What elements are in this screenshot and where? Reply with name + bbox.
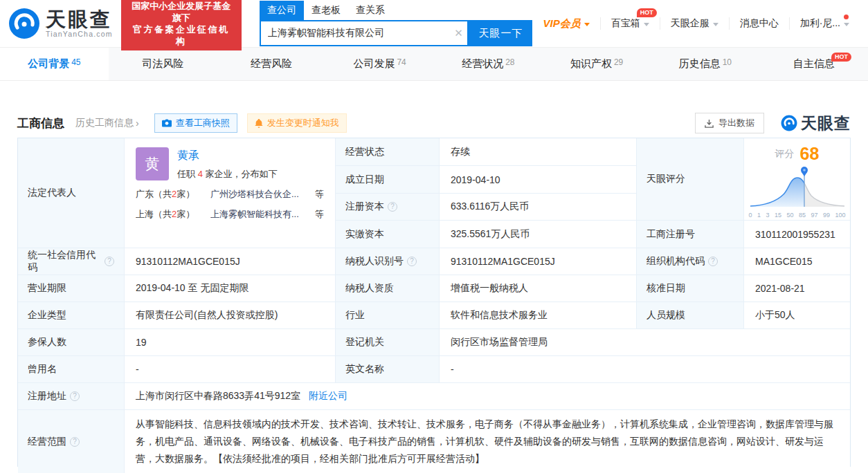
help-icon[interactable] <box>708 257 718 266</box>
nearby-companies-link[interactable]: 附近公司 <box>309 390 347 402</box>
tab-intellectual-property[interactable]: 知识产权 29 <box>543 48 651 80</box>
tab-company-background[interactable]: 公司背景 45 <box>0 48 109 80</box>
search-tab-company[interactable]: 查公司 <box>260 1 304 20</box>
role-suffix: 家企业，分布如下 <box>205 169 277 179</box>
message-center-label: 消息中心 <box>740 17 779 30</box>
label-text: 注册地址 <box>28 390 66 402</box>
section-header: 工商信息 历史工商信息 › 查看工商快照 发生变更时通知我 <box>17 111 851 135</box>
etc-label: 等 <box>315 208 324 221</box>
enterprise-service-label: 天眼企服 <box>671 17 709 30</box>
chevron-down-icon <box>713 23 718 26</box>
field-label-credit-code: 统一社会信用代码 <box>18 248 125 275</box>
menu-message-center[interactable]: 消息中心 <box>729 17 789 30</box>
search-tabs: 查公司 查老板 查关系 <box>260 1 533 20</box>
search-input[interactable] <box>261 28 450 39</box>
field-label-staff-size: 人员规模 <box>637 302 744 329</box>
field-label-reg-capital: 注册资本 <box>336 194 440 221</box>
field-value-taxpayer-quality: 增值税一般纳税人 <box>440 275 637 302</box>
field-label-insured-count: 参保人数 <box>18 329 125 356</box>
label-text: 经营范围 <box>28 436 66 448</box>
gov-certification-badge: 国家中小企业发展子基金旗下 官方备案企业征信机构 <box>121 0 242 50</box>
score-value: 68 <box>800 144 820 164</box>
view-snapshot-button[interactable]: 查看工商快照 <box>154 113 237 133</box>
tab-operating-risk[interactable]: 经营风险 <box>217 48 326 80</box>
tab-judicial-risk[interactable]: 司法风险 <box>109 48 217 80</box>
search-tab-boss[interactable]: 查老板 <box>304 1 348 20</box>
address-text: 上海市闵行区中春路8633弄41号912室 <box>136 390 300 402</box>
search-row: ✕ 天眼一下 <box>260 20 533 46</box>
history-business-info-link[interactable]: 历史工商信息 › <box>75 117 139 129</box>
help-icon[interactable] <box>70 437 80 447</box>
field-value-company-type: 有限责任公司(自然人投资或控股) <box>125 302 336 329</box>
avatar[interactable]: 黄 <box>136 147 169 180</box>
help-icon[interactable] <box>407 257 417 266</box>
legal-rep-region-row: 上海（共2家） 上海雾帜智能科技有... 等 <box>136 208 324 221</box>
clear-icon[interactable]: ✕ <box>449 27 467 39</box>
tab-count: 28 <box>505 57 514 67</box>
tick-label: 97 <box>811 212 817 219</box>
help-icon[interactable] <box>70 391 80 401</box>
tab-operating-status[interactable]: 经营状况 28 <box>434 48 543 80</box>
legal-rep-region-row: 广东（共2家） 广州沙塔科技合伙企... 等 <box>136 188 324 201</box>
field-value-address: 上海市闵行区中春路8633弄41号912室 附近公司 <box>125 383 850 410</box>
tab-history-info[interactable]: 历史信息 10 <box>651 48 760 80</box>
logo-text: 天眼查 TianYanCha.com <box>46 9 113 38</box>
related-company-link[interactable]: 上海雾帜智能科技有... <box>210 208 311 221</box>
legal-rep-name-link[interactable]: 黄承 <box>177 149 277 163</box>
search-tab-relation[interactable]: 查关系 <box>348 1 392 20</box>
toolbox-label: 百宝箱 <box>611 17 640 30</box>
tick-label: 100 <box>835 212 845 219</box>
field-label-tianyan-score: 天眼评分 <box>637 138 744 221</box>
field-value-term: 2019-04-10 至 无固定期限 <box>125 275 336 302</box>
help-icon[interactable] <box>105 257 114 266</box>
tick-label: 15 <box>775 212 781 219</box>
field-label-term: 营业期限 <box>18 275 125 302</box>
region-pre: 广东（共 <box>136 189 172 199</box>
tab-company-development[interactable]: 公司发展 74 <box>325 48 434 80</box>
history-link-label: 历史工商信息 <box>75 117 134 129</box>
field-value-reg-capital: 633.6116万人民币 <box>440 194 637 221</box>
field-label-company-type: 企业类型 <box>18 302 125 329</box>
export-data-button[interactable]: 导出数据 <box>695 113 764 133</box>
chevron-down-icon <box>844 23 849 26</box>
tick-label: 0 <box>749 212 752 219</box>
tab-label: 司法风险 <box>142 57 183 71</box>
score-caption: 评分 <box>775 148 795 160</box>
gov-badge-line2: 官方备案企业征信机构 <box>129 24 233 47</box>
menu-vip[interactable]: VIP会员 <box>532 17 599 30</box>
field-label-address: 注册地址 <box>18 383 125 410</box>
section-title: 工商信息 <box>17 115 64 131</box>
field-label-status: 经营状态 <box>336 138 440 166</box>
label-text: 统一社会信用代码 <box>28 249 101 274</box>
hot-badge: HOT <box>831 53 851 62</box>
chevron-down-icon <box>644 23 649 26</box>
field-label-english-name: 英文名称 <box>336 356 440 383</box>
legal-rep-top: 黄 黄承 任职 4 家企业，分布如下 <box>136 147 324 180</box>
logo-subtitle: TianYanCha.com <box>46 30 113 38</box>
watermark-label: 天眼查 <box>801 113 851 134</box>
tab-count: 74 <box>397 57 406 67</box>
tab-label: 知识产权 <box>570 57 612 71</box>
tab-label: 历史信息 <box>679 57 721 71</box>
role-prefix: 任职 <box>177 169 195 179</box>
field-value-industry: 软件和信息技术服务业 <box>440 302 637 329</box>
notify-on-change-button[interactable]: 发生变更时通知我 <box>247 113 347 133</box>
tab-label: 经营风险 <box>251 57 292 71</box>
related-company-link[interactable]: 广州沙塔科技合伙企... <box>210 188 311 201</box>
logo-title: 天眼查 <box>46 9 113 30</box>
tianyancha-logo[interactable]: 天眼查 TianYanCha.com <box>8 8 113 39</box>
tab-self-declared-info[interactable]: 自主信息 HOT <box>759 48 868 80</box>
menu-user-account[interactable]: 加利·尼... <box>789 17 860 30</box>
help-icon[interactable] <box>388 202 397 212</box>
field-value-established: 2019-04-10 <box>440 166 637 194</box>
menu-toolbox[interactable]: HOT 百宝箱 <box>600 17 660 30</box>
field-label-former-name: 曾用名 <box>18 356 125 383</box>
menu-enterprise-service[interactable]: 天眼企服 <box>660 17 729 30</box>
search-button[interactable]: 天眼一下 <box>469 20 532 46</box>
legal-rep-cell: 黄 黄承 任职 4 家企业，分布如下 广东（共2家） 广州沙塔科技合伙企 <box>125 138 336 248</box>
field-value-credit-code: 91310112MA1GCE015J <box>125 248 336 275</box>
score-line: 评分 68 <box>744 144 850 164</box>
tick-label: 50 <box>786 212 793 219</box>
tab-label: 公司发展 <box>353 57 395 71</box>
tianyan-score-cell[interactable]: 评分 68 <box>744 138 850 221</box>
